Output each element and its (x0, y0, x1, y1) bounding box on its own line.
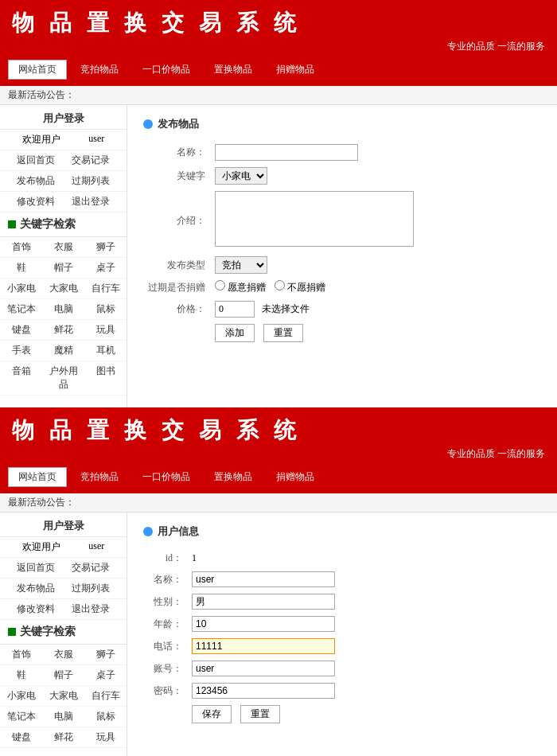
announcement-label: 最新活动公告： (8, 89, 75, 100)
publish-type-select[interactable]: 竞拍 一口价 置换 捐赠 (215, 256, 267, 274)
sidebar-link-list[interactable]: 过期列表 (72, 174, 110, 188)
password-input[interactable] (192, 683, 335, 699)
keyword-item[interactable]: 首饰 (0, 237, 42, 258)
sidebar-link-history[interactable]: 交易记录 (72, 154, 110, 167)
sidebar-welcome-label-2: 欢迎用户 (22, 540, 60, 554)
keyword-item-2[interactable]: 鲜花 (42, 727, 84, 748)
sidebar-link-profile[interactable]: 修改资料 (17, 195, 55, 208)
nav-item-home-2[interactable]: 网站首页 (8, 467, 67, 487)
donate-yes-label[interactable]: 愿意捐赠 (215, 282, 268, 293)
keyword-select[interactable]: 小家电 大家电 衣服 鞋帽 电脑 (215, 167, 267, 185)
uname-label: 名称： (143, 568, 187, 590)
content-area-2: 用户信息 id： 1 名称： 性别： (127, 512, 557, 756)
id-label: id： (143, 548, 187, 568)
keyword-item[interactable]: 大家电 (42, 279, 84, 299)
nav-item-auction[interactable]: 竞拍物品 (70, 60, 129, 80)
nav-item-donate-2[interactable]: 捐赠物品 (266, 467, 325, 487)
keyword-item[interactable]: 音箱 (0, 361, 42, 396)
site-title-2: 物 品 置 换 交 易 系 统 (12, 415, 545, 446)
keyword-item-2[interactable]: 大家电 (42, 686, 84, 707)
nav-item-fixed[interactable]: 一口价物品 (132, 60, 201, 80)
nav-item-fixed-2[interactable]: 一口价物品 (132, 467, 201, 487)
nav-item-home[interactable]: 网站首页 (8, 60, 67, 80)
keyword-item[interactable]: 图书 (84, 361, 127, 396)
keyword-item[interactable]: 耳机 (84, 341, 127, 361)
keyword-item-2[interactable]: 键盘 (0, 727, 42, 748)
gender-label: 性别： (143, 590, 187, 613)
sidebar-link-history-2[interactable]: 交易记录 (72, 561, 110, 575)
nav-bar: 网站首页 竞拍物品 一口价物品 置换物品 捐赠物品 (0, 60, 557, 86)
age-input[interactable] (192, 616, 335, 632)
keyword-item[interactable]: 桌子 (84, 258, 127, 279)
keyword-item-2[interactable]: 鼠标 (84, 707, 127, 727)
form-row-type: 发布类型 竞拍 一口价 置换 捐赠 (143, 253, 541, 277)
keyword-item[interactable]: 魔精 (42, 341, 84, 361)
donate-no-radio[interactable] (275, 280, 285, 290)
account-input[interactable] (192, 661, 335, 676)
sidebar-link-list-2[interactable]: 过期列表 (72, 582, 110, 595)
add-button[interactable]: 添加 (215, 324, 255, 342)
keyword-item-2[interactable]: 鞋 (0, 665, 42, 686)
sidebar-link-profile-2[interactable]: 修改资料 (17, 602, 55, 616)
save-button[interactable]: 保存 (192, 705, 232, 723)
name-input[interactable] (215, 144, 358, 161)
nav-item-auction-2[interactable]: 竞拍物品 (70, 467, 129, 487)
keyword-item-2[interactable]: 帽子 (42, 665, 84, 686)
user-row-password: 密码： (143, 680, 541, 702)
sidebar-link-logout-2[interactable]: 退出登录 (72, 602, 110, 616)
keyword-item[interactable]: 键盘 (0, 320, 42, 341)
sidebar-link-home-2[interactable]: 返回首页 (17, 561, 55, 575)
keyword-item-2[interactable]: 首饰 (0, 645, 42, 665)
nav-item-exchange-2[interactable]: 置换物品 (204, 467, 263, 487)
sidebar-link-logout[interactable]: 退出登录 (72, 195, 110, 208)
nav-item-donate[interactable]: 捐赠物品 (266, 60, 325, 80)
sidebar-welcome-user: user (88, 133, 104, 146)
keyword-item-2[interactable]: 小家电 (0, 686, 42, 707)
keyword-item[interactable]: 衣服 (42, 237, 84, 258)
sidebar-link-home[interactable]: 返回首页 (17, 154, 55, 167)
announcement-label-2: 最新活动公告： (8, 497, 75, 508)
form-row-intro: 介绍： (143, 188, 541, 253)
sidebar-link-publish[interactable]: 发布物品 (17, 174, 55, 188)
keyword-item[interactable]: 鞋 (0, 258, 42, 279)
nav-item-exchange[interactable]: 置换物品 (204, 60, 263, 80)
keyword-item[interactable]: 自行车 (84, 279, 127, 299)
section-label: 发布物品 (158, 117, 199, 131)
sidebar-welcome-row: 欢迎用户 user (0, 130, 127, 150)
keyword-item-2[interactable]: 衣服 (42, 645, 84, 665)
keyword-item[interactable]: 帽子 (42, 258, 84, 279)
keyword-item-2[interactable]: 狮子 (84, 645, 127, 665)
keyword-item[interactable]: 鲜花 (42, 320, 84, 341)
phone-input[interactable] (192, 638, 335, 654)
sidebar-link-publish-2[interactable]: 发布物品 (17, 582, 55, 595)
section-label-2: 用户信息 (158, 524, 199, 539)
reset-button[interactable]: 重置 (263, 324, 303, 342)
publish-section-title: 发布物品 (143, 117, 541, 131)
donate-yes-text: 愿意捐赠 (228, 282, 266, 293)
reset-button-2[interactable]: 重置 (240, 705, 280, 723)
keyword-item[interactable]: 小家电 (0, 279, 42, 299)
keyword-item[interactable]: 电脑 (42, 299, 84, 320)
donate-no-text: 不愿捐赠 (287, 282, 325, 293)
donate-no-label[interactable]: 不愿捐赠 (275, 282, 325, 293)
keyword-item-2[interactable]: 桌子 (84, 665, 127, 686)
sidebar-nav-row1: 返回首页 交易记录 (0, 150, 127, 171)
keyword-item[interactable]: 笔记本 (0, 299, 42, 320)
keyword-item[interactable]: 玩具 (84, 320, 127, 341)
keyword-item[interactable]: 狮子 (84, 237, 127, 258)
user-row-id: id： 1 (143, 548, 541, 568)
keyword-item[interactable]: 鼠标 (84, 299, 127, 320)
keyword-title-label: 关键字检索 (20, 217, 76, 232)
gender-input[interactable] (192, 594, 335, 610)
keyword-item[interactable]: 手表 (0, 341, 42, 361)
keyword-item-2[interactable]: 笔记本 (0, 707, 42, 727)
uname-input[interactable] (192, 571, 335, 587)
keyword-item-2[interactable]: 自行车 (84, 686, 127, 707)
keyword-item[interactable]: 户外用品 (42, 361, 84, 396)
price-input[interactable] (215, 301, 255, 318)
keyword-item-2[interactable]: 电脑 (42, 707, 84, 727)
donate-yes-radio[interactable] (215, 280, 225, 290)
intro-textarea[interactable] (215, 191, 414, 247)
keyword-item-2[interactable]: 玩具 (84, 727, 127, 748)
user-row-account: 账号： (143, 657, 541, 680)
